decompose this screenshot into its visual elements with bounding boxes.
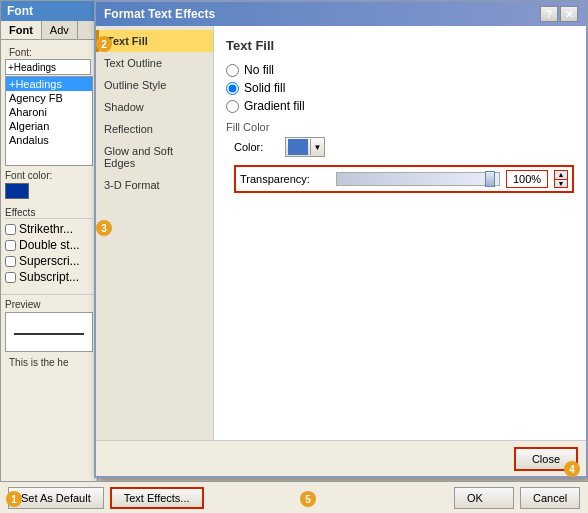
set-as-default-button[interactable]: Set As Default [8, 487, 104, 509]
superscript-check[interactable]: Superscri... [5, 254, 93, 268]
badge-5: 5 [300, 491, 316, 507]
dialog-footer: Close [96, 440, 586, 476]
nav-glow-soft-edges[interactable]: Glow and Soft Edges [96, 140, 213, 174]
format-text-effects-dialog: Format Text Effects ? ✕ Text Fill Text O… [94, 0, 588, 478]
no-fill-option[interactable]: No fill [226, 63, 574, 77]
preview-section: Preview This is the he [1, 294, 97, 374]
font-tabs: Font Adv [1, 21, 97, 40]
nav-text-fill[interactable]: Text Fill [96, 30, 213, 52]
bottom-bar: Set As Default Text Effects... OK Cancel [0, 481, 588, 513]
dialog-title-buttons: ? ✕ [540, 6, 578, 22]
slider-thumb[interactable] [485, 171, 495, 187]
transparency-row: Transparency: 100% ▲ ▼ [234, 165, 574, 193]
font-list-item[interactable]: Aharoni [6, 105, 92, 119]
badge-1: 1 [6, 491, 22, 507]
transparency-value: 100% [506, 170, 548, 188]
font-panel-title: Font [1, 1, 97, 21]
strikethrough-check[interactable]: Strikethr... [5, 222, 93, 236]
font-color-label: Font color: [5, 170, 93, 181]
nav-reflection[interactable]: Reflection [96, 118, 213, 140]
preview-box [5, 312, 93, 352]
cancel-button[interactable]: Cancel [520, 487, 580, 509]
tab-adv[interactable]: Adv [42, 21, 78, 39]
nav-text-outline[interactable]: Text Outline [96, 52, 213, 74]
transparency-slider[interactable] [336, 172, 500, 186]
fill-options-group: No fill Solid fill Gradient fill [226, 63, 574, 113]
color-picker-button[interactable]: ▼ [285, 137, 325, 157]
help-button[interactable]: ? [540, 6, 558, 22]
double-strike-check[interactable]: Double st... [5, 238, 93, 252]
subscript-check[interactable]: Subscript... [5, 270, 93, 284]
preview-text: This is the he [5, 355, 93, 370]
gradient-fill-option[interactable]: Gradient fill [226, 99, 574, 113]
color-dropdown-arrow[interactable]: ▼ [310, 139, 324, 155]
dialog-body: Text Fill Text Outline Outline Style Sha… [96, 26, 586, 440]
font-list-item[interactable]: Andalus [6, 133, 92, 147]
font-color-section: Font color: [1, 166, 97, 203]
dialog-title-bar: Format Text Effects ? ✕ [96, 2, 586, 26]
effects-section: Effects Strikethr... Double st... Supers… [1, 203, 97, 290]
color-label: Color: [234, 141, 279, 153]
transparency-label: Transparency: [240, 173, 330, 185]
font-panel-title-text: Font [7, 4, 33, 18]
nav-shadow[interactable]: Shadow [96, 96, 213, 118]
close-x-button[interactable]: ✕ [560, 6, 578, 22]
spin-up-button[interactable]: ▲ [555, 171, 567, 180]
badge-2: 2 [96, 36, 112, 52]
nav-3d-format[interactable]: 3-D Format [96, 174, 213, 196]
font-label: Font: [5, 43, 93, 59]
preview-label: Preview [5, 299, 93, 310]
transparency-spinner[interactable]: ▲ ▼ [554, 170, 568, 188]
font-list-item[interactable]: Agency FB [6, 91, 92, 105]
ok-button[interactable]: OK [454, 487, 514, 509]
font-list[interactable]: +Headings Agency FB Aharoni Algerian And… [5, 76, 93, 166]
left-nav: Text Fill Text Outline Outline Style Sha… [96, 26, 214, 440]
right-content: Text Fill No fill Solid fill Gradient fi… [214, 26, 586, 440]
gradient-fill-label: Gradient fill [244, 99, 305, 113]
color-swatch [288, 139, 308, 155]
effects-title: Effects [5, 207, 93, 219]
badge-3: 3 [96, 220, 112, 236]
fill-color-title: Fill Color [226, 121, 574, 133]
text-effects-button[interactable]: Text Effects... [110, 487, 204, 509]
font-panel: Font Font Adv Font: +Headings Agency FB … [0, 0, 98, 513]
solid-fill-label: Solid fill [244, 81, 285, 95]
dialog-title-text: Format Text Effects [104, 7, 215, 21]
fill-color-section: Fill Color Color: ▼ Transparency: 100% [226, 121, 574, 193]
font-name-input[interactable] [5, 59, 91, 75]
spin-down-button[interactable]: ▼ [555, 180, 567, 188]
color-row: Color: ▼ [234, 137, 574, 157]
badge-4: 4 [564, 461, 580, 477]
font-list-item[interactable]: +Headings [6, 77, 92, 91]
solid-fill-option[interactable]: Solid fill [226, 81, 574, 95]
no-fill-label: No fill [244, 63, 274, 77]
tab-font[interactable]: Font [1, 21, 42, 39]
content-title: Text Fill [226, 38, 574, 53]
font-color-swatch[interactable] [5, 183, 29, 199]
nav-outline-style[interactable]: Outline Style [96, 74, 213, 96]
font-list-item[interactable]: Algerian [6, 119, 92, 133]
